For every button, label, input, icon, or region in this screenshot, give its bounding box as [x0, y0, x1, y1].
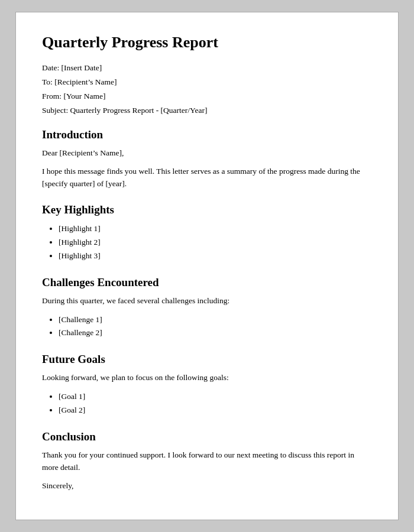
list-item: [Challenge 2]: [59, 326, 372, 340]
intro-greeting: Dear [Recipient’s Name],: [42, 147, 372, 160]
list-item: [Goal 1]: [59, 390, 372, 404]
list-item: [Highlight 2]: [59, 236, 372, 249]
list-item: [Highlight 3]: [59, 249, 372, 263]
document-title: Quarterly Progress Report: [42, 34, 372, 51]
list-item: [Goal 2]: [59, 404, 372, 417]
challenges-intro: During this quarter, we faced several ch…: [42, 295, 372, 307]
highlights-list: [Highlight 1] [Highlight 2] [Highlight 3…: [59, 222, 372, 263]
meta-to: To: [Recipient’s Name]: [42, 77, 372, 87]
conclusion-sincerely: Sincerely,: [42, 480, 372, 492]
intro-body: I hope this message finds you well. This…: [42, 166, 372, 190]
list-item: [Challenge 1]: [59, 313, 372, 327]
challenges-list: [Challenge 1] [Challenge 2]: [59, 313, 372, 340]
document: Quarterly Progress Report Date: [Insert …: [15, 12, 399, 520]
section-heading-conclusion: Conclusion: [42, 430, 372, 443]
meta-from: From: [Your Name]: [42, 92, 372, 101]
section-heading-challenges: Challenges Encountered: [42, 276, 372, 289]
goals-intro: Looking forward, we plan to focus on the…: [42, 372, 372, 384]
section-heading-introduction: Introduction: [42, 128, 372, 141]
goals-list: [Goal 1] [Goal 2]: [59, 390, 372, 417]
meta-subject: Subject: Quarterly Progress Report - [Qu…: [42, 106, 372, 115]
meta-date: Date: [Insert Date]: [42, 63, 372, 73]
section-heading-future-goals: Future Goals: [42, 353, 372, 366]
conclusion-body: Thank you for your continued support. I …: [42, 449, 372, 474]
section-heading-key-highlights: Key Highlights: [42, 203, 372, 216]
list-item: [Highlight 1]: [59, 222, 372, 236]
